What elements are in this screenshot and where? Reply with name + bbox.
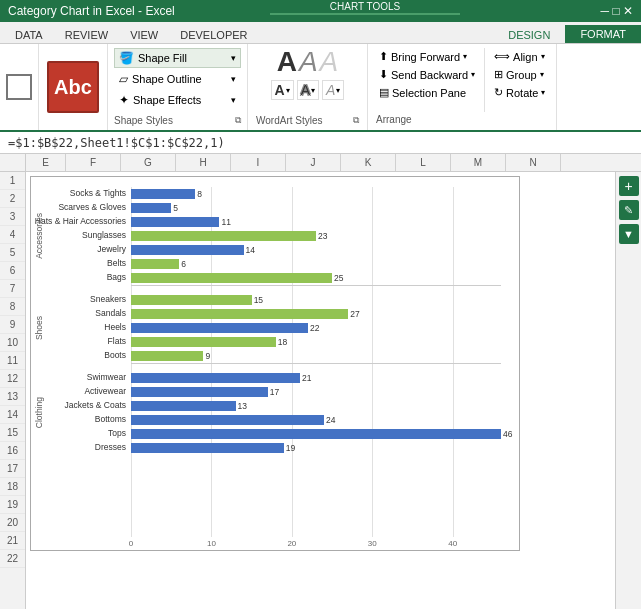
row-5: 5 xyxy=(0,244,25,262)
chart-area: 01020304050Socks & Tights8Scarves & Glov… xyxy=(26,172,641,609)
row-8: 8 xyxy=(0,298,25,316)
shape-outline-btn[interactable]: ▱ Shape Outline ▾ xyxy=(114,69,241,89)
shape-styles-section: 🪣 Shape Fill ▾ ▱ Shape Outline ▾ ✦ Shape… xyxy=(108,44,248,130)
bring-forward-dropdown-icon: ▾ xyxy=(463,52,467,61)
chart-wrapper[interactable]: 01020304050Socks & Tights8Scarves & Glov… xyxy=(26,172,615,609)
rotate-dropdown-icon: ▾ xyxy=(541,88,545,97)
title-area: Category Chart in Excel - Excel CHART TO… xyxy=(0,0,641,44)
wordart-a1: A xyxy=(277,48,297,76)
group-icon: ⊞ xyxy=(494,68,503,81)
shape-effects-btn[interactable]: ✦ Shape Effects ▾ xyxy=(114,90,241,110)
send-backward-dropdown-icon: ▾ xyxy=(471,70,475,79)
wordart-expand-icon[interactable]: ⧉ xyxy=(353,115,359,126)
right-sidebar: + ✎ ▼ xyxy=(615,172,641,609)
send-backward-btn[interactable]: ⬇ Send Backward ▾ xyxy=(376,66,478,83)
window-controls: ─ □ ✕ xyxy=(601,4,633,18)
chart-add-btn[interactable]: + xyxy=(619,176,639,196)
chart-filter-btn[interactable]: ▼ xyxy=(619,224,639,244)
col-header-f: F xyxy=(66,154,121,171)
group-btn[interactable]: ⊞ Group ▾ xyxy=(491,66,548,83)
row-19: 19 xyxy=(0,496,25,514)
col-header-g: G xyxy=(121,154,176,171)
outline-icon: ▱ xyxy=(119,72,128,86)
text-effects-btn[interactable]: A ▾ xyxy=(322,80,344,100)
abc-section: Abc xyxy=(39,44,108,130)
row-1: 1 xyxy=(0,172,25,190)
row-2: 2 xyxy=(0,190,25,208)
row-18: 18 xyxy=(0,478,25,496)
col-header-m: M xyxy=(451,154,506,171)
selection-pane-icon: ▤ xyxy=(379,86,389,99)
text-box-section xyxy=(0,44,39,130)
wordart-a3: A xyxy=(320,48,339,76)
row-3: 3 xyxy=(0,208,25,226)
send-backward-icon: ⬇ xyxy=(379,68,388,81)
wordart-section: A A A A ▾ A ▾ A ▾ WordArt Styles ⧉ xyxy=(248,44,368,130)
align-dropdown-icon: ▾ xyxy=(541,52,545,61)
chart-tools-banner: CHART TOOLS xyxy=(330,1,400,12)
title-text: Category Chart in Excel - Excel xyxy=(8,4,175,18)
wordart-section-label: WordArt Styles xyxy=(256,115,323,126)
dropdown-arrow2-icon: ▾ xyxy=(231,74,236,84)
spreadsheet: E F G H I J K L M N 1 2 3 4 5 6 7 8 9 10… xyxy=(0,154,641,609)
row-22: 22 xyxy=(0,550,25,568)
rotate-btn[interactable]: ↻ Rotate ▾ xyxy=(491,84,548,101)
align-icon: ⟺ xyxy=(494,50,510,63)
col-header-e: E xyxy=(26,154,66,171)
ribbon: Abc 🪣 Shape Fill ▾ ▱ Shape Outline ▾ ✦ S… xyxy=(0,44,641,132)
row-14: 14 xyxy=(0,406,25,424)
text-outline-dropdown-icon: ▾ xyxy=(311,86,315,95)
paint-bucket-icon: 🪣 xyxy=(119,51,134,65)
row-21: 21 xyxy=(0,532,25,550)
dropdown-arrow3-icon: ▾ xyxy=(231,95,236,105)
shape-styles-label: Shape Styles xyxy=(114,115,173,126)
bring-forward-icon: ⬆ xyxy=(379,50,388,63)
group-dropdown-icon: ▾ xyxy=(540,70,544,79)
bring-forward-btn[interactable]: ⬆ Bring Forward ▾ xyxy=(376,48,478,65)
align-btn[interactable]: ⟺ Align ▾ xyxy=(491,48,548,65)
chart-edit-btn[interactable]: ✎ xyxy=(619,200,639,220)
row-6: 6 xyxy=(0,262,25,280)
formula-text: =$1:$B$22,Sheet1!$C$1:$C$22,1) xyxy=(8,136,225,150)
text-outline-btn[interactable]: A ▾ xyxy=(297,80,319,100)
text-box-btn[interactable] xyxy=(6,74,32,100)
tab-view[interactable]: VIEW xyxy=(119,26,169,43)
abc-button[interactable]: Abc xyxy=(47,61,99,113)
row-13: 13 xyxy=(0,388,25,406)
row-9: 9 xyxy=(0,316,25,334)
dropdown-arrow-icon: ▾ xyxy=(231,53,236,63)
text-fill-btn[interactable]: A ▾ xyxy=(271,80,294,100)
row-17: 17 xyxy=(0,460,25,478)
row-7: 7 xyxy=(0,280,25,298)
shape-fill-btn[interactable]: 🪣 Shape Fill ▾ xyxy=(114,48,241,68)
tab-design[interactable]: DESIGN xyxy=(493,26,565,43)
row-4: 4 xyxy=(0,226,25,244)
text-effects-dropdown-icon: ▾ xyxy=(336,86,340,95)
column-headers: E F G H I J K L M N xyxy=(0,154,641,172)
effects-icon: ✦ xyxy=(119,93,129,107)
col-header-n: N xyxy=(506,154,561,171)
main-chart[interactable]: 01020304050Socks & Tights8Scarves & Glov… xyxy=(30,176,520,551)
shape-styles-expand-icon[interactable]: ⧉ xyxy=(235,115,241,126)
rotate-icon: ↻ xyxy=(494,86,503,99)
col-header-i: I xyxy=(231,154,286,171)
selection-pane-btn[interactable]: ▤ Selection Pane xyxy=(376,84,478,101)
tab-developer[interactable]: DEVELOPER xyxy=(169,26,258,43)
tab-review[interactable]: REVIEW xyxy=(54,26,119,43)
tab-format[interactable]: FORMAT xyxy=(565,25,641,43)
row-15: 15 xyxy=(0,424,25,442)
col-header-h: H xyxy=(176,154,231,171)
grid-body: 1 2 3 4 5 6 7 8 9 10 11 12 13 14 15 16 1… xyxy=(0,172,641,609)
row-16: 16 xyxy=(0,442,25,460)
row-20: 20 xyxy=(0,514,25,532)
row-headers: 1 2 3 4 5 6 7 8 9 10 11 12 13 14 15 16 1… xyxy=(0,172,26,609)
formula-bar: =$1:$B$22,Sheet1!$C$1:$C$22,1) xyxy=(0,132,641,154)
row-12: 12 xyxy=(0,370,25,388)
tab-data[interactable]: DATA xyxy=(4,26,54,43)
col-header-l: L xyxy=(396,154,451,171)
row-11: 11 xyxy=(0,352,25,370)
text-fill-dropdown-icon: ▾ xyxy=(286,86,290,95)
row-10: 10 xyxy=(0,334,25,352)
col-header-k: K xyxy=(341,154,396,171)
arrange-section: ⬆ Bring Forward ▾ ⬇ Send Backward ▾ ▤ Se… xyxy=(368,44,557,130)
